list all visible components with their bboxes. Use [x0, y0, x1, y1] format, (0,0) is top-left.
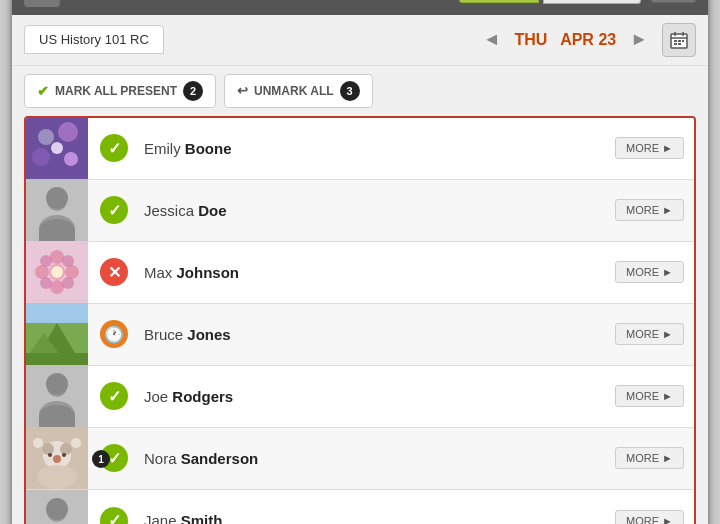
- table-row: ✕ Max Johnson MORE ►: [26, 242, 694, 304]
- status-col: ✓: [88, 382, 140, 410]
- svg-point-25: [62, 255, 74, 267]
- unmark-all-badge: 3: [340, 81, 360, 101]
- table-row: 🕐 Bruce Jones MORE ►: [26, 304, 694, 366]
- svg-point-21: [50, 280, 64, 294]
- status-absent-icon[interactable]: ✕: [100, 258, 128, 286]
- table-row: ✓ Jessica Doe MORE ►: [26, 180, 694, 242]
- course-tab[interactable]: US History 101 RC: [24, 25, 164, 54]
- more-button[interactable]: MORE ►: [615, 323, 684, 345]
- svg-point-10: [38, 129, 54, 145]
- action-bar: ✔ MARK ALL PRESENT 2 ↩ UNMARK ALL 3: [12, 66, 708, 116]
- svg-point-13: [64, 152, 78, 166]
- header: 📢 Roll Call LIST CLASS ⚙ ▾: [12, 0, 708, 15]
- list-view-button[interactable]: LIST: [459, 0, 539, 3]
- status-col: ✓: [88, 196, 140, 224]
- date-day: THU: [515, 31, 548, 48]
- student-name: Jane Smith: [140, 512, 615, 524]
- svg-point-42: [48, 453, 52, 457]
- student-name: Max Johnson: [140, 264, 615, 281]
- avatar: [26, 241, 88, 303]
- svg-point-20: [50, 250, 64, 264]
- svg-point-12: [32, 148, 50, 166]
- svg-rect-33: [26, 303, 88, 323]
- more-button[interactable]: MORE ►: [615, 385, 684, 407]
- more-button[interactable]: MORE ►: [615, 261, 684, 283]
- status-col: ✓ 1: [88, 444, 140, 472]
- status-present-icon[interactable]: ✓: [100, 382, 128, 410]
- unmark-all-button[interactable]: ↩ UNMARK ALL 3: [224, 74, 373, 108]
- subheader: US History 101 RC ◄ THU APR 23 ►: [12, 15, 708, 66]
- header-nav: LIST CLASS ⚙ ▾: [459, 0, 696, 4]
- svg-rect-47: [26, 490, 88, 525]
- svg-point-44: [37, 465, 77, 489]
- svg-rect-5: [678, 40, 681, 42]
- svg-rect-7: [674, 43, 677, 45]
- avatar: [26, 490, 88, 525]
- table-row: ✓ Emily Boone MORE ►: [26, 118, 694, 180]
- settings-button[interactable]: ⚙ ▾: [651, 0, 696, 3]
- student-name: Bruce Jones: [140, 326, 615, 343]
- svg-point-39: [42, 443, 54, 455]
- svg-point-41: [53, 455, 61, 463]
- svg-point-28: [51, 266, 63, 278]
- more-button[interactable]: MORE ►: [615, 447, 684, 469]
- student-name: Nora Sanderson: [140, 450, 615, 467]
- more-button[interactable]: MORE ►: [615, 137, 684, 159]
- prev-date-button[interactable]: ◄: [477, 27, 507, 52]
- table-row: ✓ 1 Nora Sanderson MORE ►: [26, 428, 694, 490]
- table-row: ✓ Joe Rodgers MORE ►: [26, 366, 694, 428]
- student-list: ✓ Emily Boone MORE ► ✓ Jessica Doe: [12, 116, 708, 525]
- status-late-icon[interactable]: 🕐: [100, 320, 128, 348]
- svg-rect-32: [26, 353, 88, 365]
- status-present-icon[interactable]: ✓: [100, 196, 128, 224]
- svg-rect-8: [678, 43, 681, 45]
- app-icon: 📢: [24, 0, 60, 7]
- svg-point-27: [62, 277, 74, 289]
- svg-point-46: [71, 438, 81, 448]
- svg-point-11: [58, 122, 78, 142]
- status-col: 🕐: [88, 320, 140, 348]
- table-row: ✓ Jane Smith MORE ►: [26, 490, 694, 525]
- svg-point-22: [35, 265, 49, 279]
- check-icon: ✔: [37, 83, 49, 99]
- mark-all-label: MARK ALL PRESENT: [55, 84, 177, 98]
- avatar: [26, 179, 88, 241]
- svg-point-40: [60, 443, 72, 455]
- unmark-all-label: UNMARK ALL: [254, 84, 334, 98]
- status-col: ✓: [88, 507, 140, 525]
- next-date-button[interactable]: ►: [624, 27, 654, 52]
- student-name: Joe Rodgers: [140, 388, 615, 405]
- row-badge: 1: [92, 450, 110, 468]
- svg-rect-6: [682, 40, 684, 42]
- svg-point-48: [47, 502, 67, 522]
- undo-icon: ↩: [237, 83, 248, 98]
- date-month-num: APR 23: [560, 31, 616, 48]
- more-button[interactable]: MORE ►: [615, 510, 684, 525]
- student-name: Jessica Doe: [140, 202, 615, 219]
- mark-all-present-button[interactable]: ✔ MARK ALL PRESENT 2: [24, 74, 216, 108]
- status-present-icon[interactable]: ✓: [100, 134, 128, 162]
- status-col: ✕: [88, 258, 140, 286]
- date-nav: ◄ THU APR 23 ►: [477, 23, 696, 57]
- more-button[interactable]: MORE ►: [615, 199, 684, 221]
- avatar: [26, 427, 88, 489]
- date-display: THU APR 23: [515, 31, 617, 49]
- class-view-button[interactable]: CLASS: [543, 0, 641, 4]
- svg-point-45: [33, 438, 43, 448]
- svg-point-16: [47, 191, 67, 211]
- avatar: [26, 365, 88, 427]
- mark-all-badge: 2: [183, 81, 203, 101]
- calendar-button[interactable]: [662, 23, 696, 57]
- svg-point-23: [65, 265, 79, 279]
- status-col: ✓: [88, 134, 140, 162]
- student-name: Emily Boone: [140, 140, 615, 157]
- avatar: [26, 117, 88, 179]
- svg-point-14: [51, 142, 63, 154]
- svg-rect-4: [674, 40, 677, 42]
- svg-point-26: [40, 277, 52, 289]
- avatar: [26, 303, 88, 365]
- list-frame: ✓ Emily Boone MORE ► ✓ Jessica Doe: [24, 116, 696, 525]
- status-present-icon[interactable]: ✓: [100, 507, 128, 525]
- app-container: 📢 Roll Call LIST CLASS ⚙ ▾: [10, 0, 710, 524]
- svg-point-35: [47, 377, 67, 397]
